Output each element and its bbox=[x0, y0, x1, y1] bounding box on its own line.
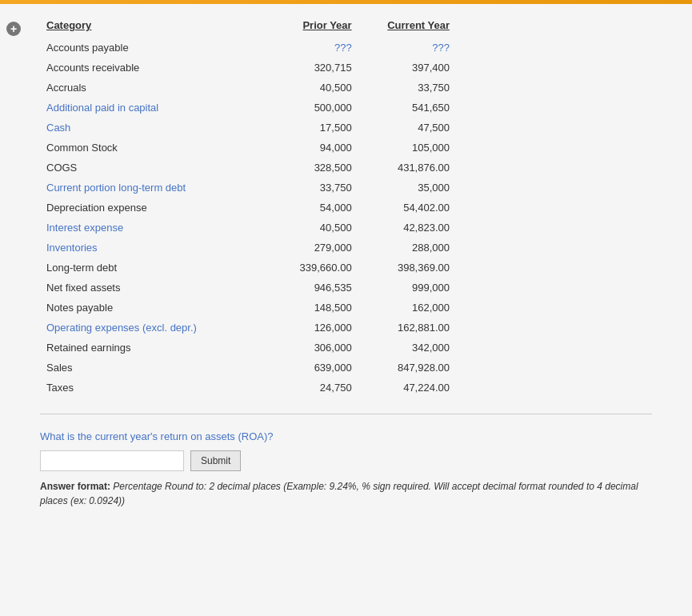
answer-row: Submit bbox=[40, 450, 676, 471]
category-cell: Inventories bbox=[40, 238, 260, 258]
col-header-category: Category bbox=[40, 16, 260, 38]
category-cell: Cash bbox=[40, 118, 260, 138]
prior-year-cell: 500,000 bbox=[260, 98, 358, 118]
table-row: Current portion long-term debt33,75035,0… bbox=[40, 178, 456, 198]
prior-year-cell: 946,535 bbox=[260, 278, 358, 298]
current-year-cell: 398,369.00 bbox=[358, 258, 456, 278]
prior-year-cell: 148,500 bbox=[260, 298, 358, 318]
category-cell: Net fixed assets bbox=[40, 278, 260, 298]
table-row: Accounts receivable320,715397,400 bbox=[40, 58, 456, 78]
prior-year-cell: 54,000 bbox=[260, 198, 358, 218]
category-cell: Depreciation expense bbox=[40, 198, 260, 218]
prior-year-cell: 40,500 bbox=[260, 78, 358, 98]
category-cell: Accounts payable bbox=[40, 38, 260, 58]
table-row: Depreciation expense54,00054,402.00 bbox=[40, 198, 456, 218]
prior-year-cell: 639,000 bbox=[260, 358, 358, 378]
separator bbox=[40, 414, 652, 414]
current-year-cell: 999,000 bbox=[358, 278, 456, 298]
category-cell: Accounts receivable bbox=[40, 58, 260, 78]
plus-icon[interactable]: + bbox=[6, 22, 21, 36]
table-row: Sales639,000847,928.00 bbox=[40, 358, 456, 378]
main-container: + Category Prior Year Current Year Accou… bbox=[0, 4, 692, 616]
table-row: COGS328,500431,876.00 bbox=[40, 158, 456, 178]
prior-year-cell: 306,000 bbox=[260, 338, 358, 358]
current-year-cell: 47,224.00 bbox=[358, 378, 456, 398]
table-row: Accounts payable?????? bbox=[40, 38, 456, 58]
table-row: Long-term debt339,660.00398,369.00 bbox=[40, 258, 456, 278]
current-year-cell: 162,000 bbox=[358, 298, 456, 318]
table-row: Retained earnings306,000342,000 bbox=[40, 338, 456, 358]
submit-button[interactable]: Submit bbox=[190, 450, 241, 471]
category-cell: Retained earnings bbox=[40, 338, 260, 358]
current-year-cell: 342,000 bbox=[358, 338, 456, 358]
answer-format: Answer format: Percentage Round to: 2 de… bbox=[40, 479, 664, 508]
answer-format-text: Percentage Round to: 2 decimal places (E… bbox=[40, 481, 638, 506]
current-year-cell: 33,750 bbox=[358, 78, 456, 98]
current-year-cell: 288,000 bbox=[358, 238, 456, 258]
category-cell: Additional paid in capital bbox=[40, 98, 260, 118]
prior-year-cell: ??? bbox=[260, 38, 358, 58]
col-header-prior-year: Prior Year bbox=[260, 16, 358, 38]
prior-year-cell: 320,715 bbox=[260, 58, 358, 78]
question-section: What is the current year's return on ass… bbox=[40, 430, 676, 508]
table-row: Operating expenses (excl. depr.)126,0001… bbox=[40, 318, 456, 338]
current-year-cell: 397,400 bbox=[358, 58, 456, 78]
answer-format-label: Answer format: bbox=[40, 481, 110, 492]
table-row: Inventories279,000288,000 bbox=[40, 238, 456, 258]
current-year-cell: 431,876.00 bbox=[358, 158, 456, 178]
prior-year-cell: 33,750 bbox=[260, 178, 358, 198]
category-cell: COGS bbox=[40, 158, 260, 178]
table-row: Accruals40,50033,750 bbox=[40, 78, 456, 98]
category-cell: Long-term debt bbox=[40, 258, 260, 278]
category-cell: Operating expenses (excl. depr.) bbox=[40, 318, 260, 338]
question-text: What is the current year's return on ass… bbox=[40, 430, 676, 442]
table-row: Common Stock94,000105,000 bbox=[40, 138, 456, 158]
category-cell: Interest expense bbox=[40, 218, 260, 238]
category-cell: Notes payable bbox=[40, 298, 260, 318]
answer-input[interactable] bbox=[40, 450, 184, 471]
category-cell: Common Stock bbox=[40, 138, 260, 158]
financial-table: Category Prior Year Current Year Account… bbox=[40, 16, 456, 398]
col-header-current-year: Current Year bbox=[358, 16, 456, 38]
table-row: Cash17,50047,500 bbox=[40, 118, 456, 138]
table-row: Interest expense40,50042,823.00 bbox=[40, 218, 456, 238]
current-year-cell: 42,823.00 bbox=[358, 218, 456, 238]
prior-year-cell: 279,000 bbox=[260, 238, 358, 258]
category-cell: Accruals bbox=[40, 78, 260, 98]
prior-year-cell: 126,000 bbox=[260, 318, 358, 338]
current-year-cell: 847,928.00 bbox=[358, 358, 456, 378]
table-row: Net fixed assets946,535999,000 bbox=[40, 278, 456, 298]
current-year-cell: 541,650 bbox=[358, 98, 456, 118]
prior-year-cell: 94,000 bbox=[260, 138, 358, 158]
category-cell: Sales bbox=[40, 358, 260, 378]
table-row: Additional paid in capital500,000541,650 bbox=[40, 98, 456, 118]
current-year-cell: 162,881.00 bbox=[358, 318, 456, 338]
current-year-cell: 47,500 bbox=[358, 118, 456, 138]
current-year-cell: ??? bbox=[358, 38, 456, 58]
table-row: Taxes24,75047,224.00 bbox=[40, 378, 456, 398]
current-year-cell: 35,000 bbox=[358, 178, 456, 198]
prior-year-cell: 24,750 bbox=[260, 378, 358, 398]
prior-year-cell: 40,500 bbox=[260, 218, 358, 238]
prior-year-cell: 328,500 bbox=[260, 158, 358, 178]
category-cell: Current portion long-term debt bbox=[40, 178, 260, 198]
prior-year-cell: 17,500 bbox=[260, 118, 358, 138]
current-year-cell: 105,000 bbox=[358, 138, 456, 158]
current-year-cell: 54,402.00 bbox=[358, 198, 456, 218]
prior-year-cell: 339,660.00 bbox=[260, 258, 358, 278]
table-row: Notes payable148,500162,000 bbox=[40, 298, 456, 318]
category-cell: Taxes bbox=[40, 378, 260, 398]
